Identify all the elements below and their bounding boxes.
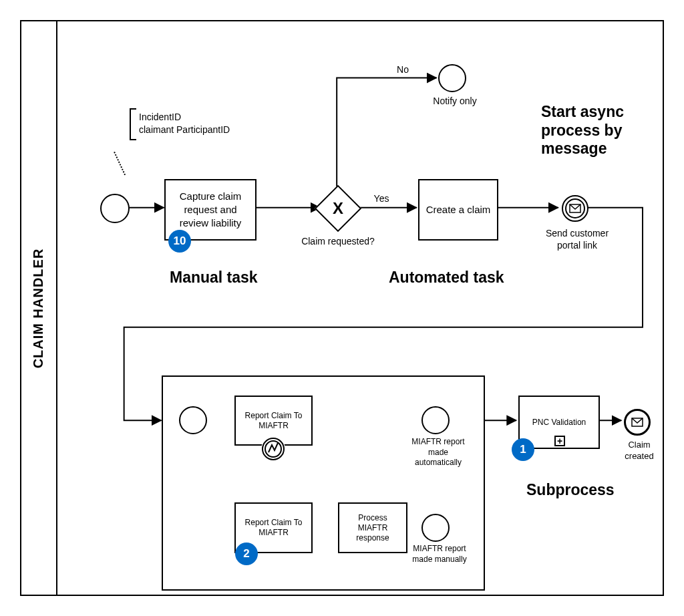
label-manual-task: Manual task <box>170 269 277 287</box>
annotation-bracket <box>130 108 136 140</box>
event-label-claim-created: Claim created <box>616 440 663 462</box>
event-send-portal-link <box>562 195 588 222</box>
edge-label-yes: Yes <box>368 192 395 204</box>
task-label: Report Claim To MIAFTR <box>240 518 307 538</box>
badge-report2: 2 <box>235 543 258 565</box>
task-label: Capture claim request and review liabili… <box>170 190 251 230</box>
end-event-notify <box>438 64 466 92</box>
gateway-claim-requested <box>315 185 362 233</box>
error-icon <box>261 437 285 461</box>
subprocess-start-event <box>179 406 207 434</box>
subprocess-plus-marker: + <box>554 436 565 446</box>
start-event <box>100 194 130 223</box>
lane-name: CLAIM HANDLER <box>31 248 47 368</box>
badge-pnc: 1 <box>512 438 534 461</box>
end-event-miaftr-manual <box>421 514 450 542</box>
end-event-miaftr-auto <box>421 406 450 434</box>
badge-value-1: 1 <box>520 443 526 456</box>
event-label-miaftr-manual: MIAFTR report made manually <box>406 544 473 565</box>
task-label: PNC Validation <box>532 418 586 428</box>
lane-header: CLAIM HANDLER <box>21 21 57 595</box>
mail-icon <box>569 204 581 213</box>
boundary-error-event <box>261 437 285 461</box>
edge-label-no: No <box>391 63 414 75</box>
event-label-miaftr-auto: MIAFTR report made automatically <box>405 437 472 468</box>
label-async-message: Start async process by message <box>541 103 655 158</box>
badge-capture: 10 <box>168 230 191 253</box>
badge-value-2: 2 <box>243 547 249 561</box>
gateway-label: Claim requested? <box>298 235 378 247</box>
label-automated-task: Automated task <box>389 269 522 287</box>
lane-body: IncidentID claimant ParticipantID Captur… <box>57 21 663 595</box>
task-label: Create a claim <box>426 203 491 216</box>
task-create-claim: Create a claim <box>418 179 498 241</box>
task-process-miaftr-response: Process MIAFTR response <box>338 502 407 553</box>
event-label-notify: Notify only <box>428 95 482 107</box>
pool-claim-handler: CLAIM HANDLER <box>20 20 664 596</box>
end-event-claim-created <box>624 409 651 436</box>
annotation-connector <box>114 152 126 175</box>
task-label: Process MIAFTR response <box>343 513 402 543</box>
annotation-text: IncidentID claimant ParticipantID <box>139 111 273 136</box>
event-label-send-portal: Send customer portal link <box>541 227 613 251</box>
mail-icon <box>631 418 643 427</box>
label-subprocess: Subprocess <box>526 481 633 500</box>
task-label: Report Claim To MIAFTR <box>240 411 307 431</box>
badge-value-10: 10 <box>174 235 186 248</box>
